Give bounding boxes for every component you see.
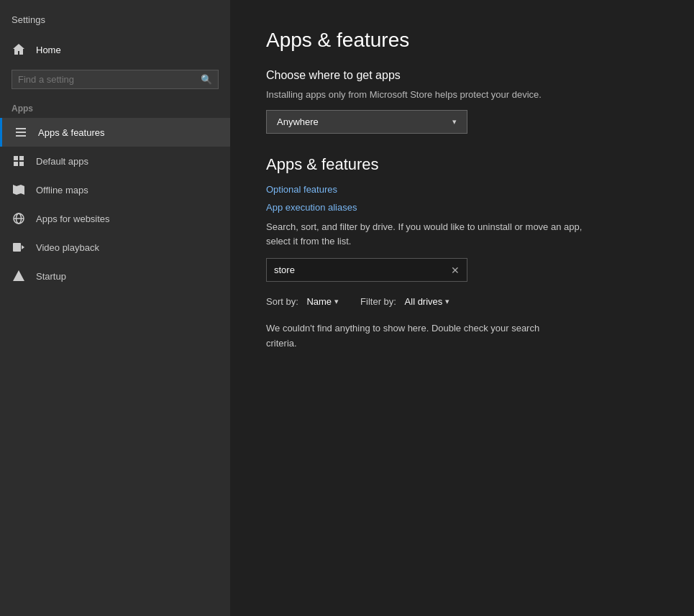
sidebar-home-label: Home [36, 45, 61, 55]
sidebar-item-offline-maps[interactable]: Offline maps [0, 175, 230, 204]
search-box-container: 🔍 [0, 64, 230, 98]
apps-search-input[interactable] [267, 259, 444, 281]
svg-marker-12 [22, 245, 24, 249]
filter-label: Filter by: [360, 296, 396, 307]
globe-icon [12, 211, 26, 226]
chevron-down-icon: ▾ [452, 117, 457, 127]
sidebar-item-offline-maps-label: Offline maps [36, 185, 88, 196]
clear-search-button[interactable]: ✕ [444, 260, 467, 280]
svg-marker-13 [13, 270, 24, 281]
sort-by-control[interactable]: Sort by: Name ▾ [266, 296, 339, 307]
page-title: Apps & features [266, 29, 658, 52]
sort-chevron-icon: ▾ [334, 297, 339, 306]
app-execution-aliases-link[interactable]: App execution aliases [266, 202, 658, 213]
sidebar-item-apps-for-websites[interactable]: Apps for websites [0, 204, 230, 233]
app-title: Settings [0, 7, 230, 35]
list-icon [14, 125, 28, 139]
apps-search-container: ✕ [266, 258, 467, 282]
svg-rect-11 [13, 243, 21, 252]
choose-section-title: Choose where to get apps [266, 69, 658, 82]
sidebar-item-home[interactable]: Home [0, 35, 230, 64]
filter-value: All drives [405, 296, 443, 307]
svg-rect-1 [16, 132, 26, 133]
svg-marker-7 [13, 185, 24, 195]
sidebar: Settings Home 🔍 Apps Apps & features [0, 0, 230, 616]
svg-rect-0 [16, 128, 26, 129]
home-icon [12, 42, 26, 57]
apps-features-title: Apps & features [266, 155, 658, 174]
search-icon: 🔍 [201, 74, 212, 85]
sidebar-item-apps-features-label: Apps & features [38, 127, 105, 138]
location-dropdown[interactable]: Anywhere ▾ [266, 110, 467, 134]
svg-rect-2 [16, 135, 26, 137]
sidebar-section-apps: Apps [0, 98, 230, 118]
search-filter-description: Search, sort, and filter by drive. If yo… [266, 220, 583, 248]
choose-section-description: Installing apps only from Microsoft Stor… [266, 89, 658, 100]
sort-value: Name [306, 296, 332, 307]
sidebar-item-startup[interactable]: Startup [0, 262, 230, 290]
svg-rect-4 [19, 156, 24, 160]
svg-rect-3 [14, 156, 18, 160]
sidebar-item-video-playback[interactable]: Video playback [0, 233, 230, 262]
svg-rect-5 [14, 162, 18, 166]
optional-features-link[interactable]: Optional features [266, 184, 658, 195]
no-results-message: We couldn't find anything to show here. … [266, 321, 568, 351]
apps-features-section: Apps & features Optional features App ex… [266, 155, 658, 351]
sidebar-item-default-apps[interactable]: Default apps [0, 147, 230, 175]
video-icon [12, 240, 26, 254]
sidebar-item-apps-features[interactable]: Apps & features [0, 118, 230, 147]
sidebar-item-video-playback-label: Video playback [36, 242, 99, 253]
sort-label: Sort by: [266, 296, 298, 307]
search-input[interactable] [18, 74, 201, 85]
main-content: Apps & features Choose where to get apps… [230, 0, 694, 616]
sidebar-item-startup-label: Startup [36, 271, 66, 282]
dropdown-value: Anywhere [277, 116, 319, 127]
sidebar-item-default-apps-label: Default apps [36, 156, 88, 167]
choose-section: Choose where to get apps Installing apps… [266, 69, 658, 134]
sort-filter-row: Sort by: Name ▾ Filter by: All drives ▾ [266, 296, 658, 307]
map-icon [12, 183, 26, 197]
startup-icon [12, 269, 26, 283]
search-box[interactable]: 🔍 [12, 70, 219, 89]
filter-by-control[interactable]: Filter by: All drives ▾ [360, 296, 449, 307]
sidebar-item-apps-for-websites-label: Apps for websites [36, 213, 110, 224]
svg-rect-6 [19, 162, 24, 166]
grid-icon [12, 154, 26, 168]
filter-chevron-icon: ▾ [445, 297, 449, 306]
